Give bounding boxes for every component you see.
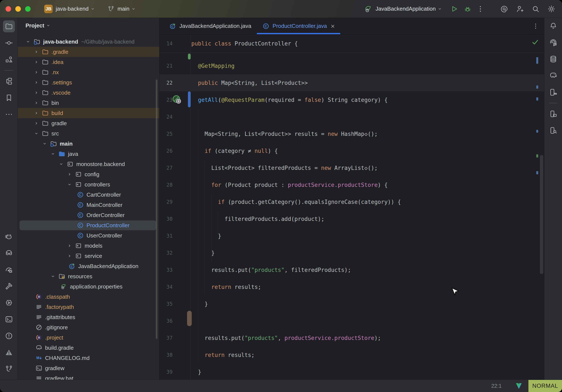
tree-item-service[interactable]: service (18, 251, 159, 261)
debug-button[interactable] (463, 5, 472, 13)
code-line-36[interactable]: 36 (159, 312, 544, 330)
line-number[interactable]: 30 (162, 216, 173, 222)
code-line-14[interactable]: 14public class ProductController { (159, 35, 544, 52)
inspections-ok-icon[interactable] (531, 38, 539, 46)
build-icon[interactable] (3, 280, 15, 292)
tree-item-build[interactable]: build (18, 108, 159, 118)
tree-item-gradle[interactable]: gradle (18, 118, 159, 128)
chevron-down-icon[interactable] (50, 273, 56, 279)
line-number[interactable]: 28 (162, 182, 173, 188)
line-number[interactable]: 25 (162, 131, 173, 137)
tab-options-button[interactable] (532, 22, 539, 30)
more-run-options-button[interactable] (476, 5, 485, 13)
run-button[interactable] (450, 5, 458, 13)
line-number[interactable]: 14 (162, 41, 173, 47)
caret-position[interactable]: 22:1 (491, 383, 502, 389)
chevron-right-icon[interactable] (34, 120, 39, 126)
code-line-38[interactable]: 38 return results; (159, 346, 544, 364)
line-number[interactable]: 39 (162, 369, 173, 375)
code-line-33[interactable]: 33 results.put("products", filteredProdu… (159, 261, 544, 278)
tree-item-CartController[interactable]: CCartController (18, 190, 159, 200)
tree-item-monostore.backend[interactable]: monostore.backend (18, 159, 159, 169)
editor-scrollbar[interactable] (540, 155, 543, 274)
tree-item-OrderController[interactable]: COrderController (18, 210, 159, 220)
tree-item-.nx[interactable]: .nx (18, 67, 159, 77)
bookmarks-icon[interactable] (3, 92, 15, 104)
gradle-icon[interactable] (547, 70, 559, 82)
tree-item-controllers[interactable]: controllers (18, 179, 159, 190)
tree-item-.gradle[interactable]: .gradle (18, 47, 159, 57)
line-number[interactable]: 23 (162, 97, 173, 103)
line-number[interactable]: 31 (162, 233, 173, 239)
chevron-right-icon[interactable] (34, 90, 39, 95)
rest-endpoint-icon[interactable] (172, 94, 183, 106)
tree-item-gradlew[interactable]: gradlew (18, 363, 159, 373)
code-editor[interactable]: 21 @GetMapping22 public Map<String, List… (159, 53, 544, 380)
line-number[interactable]: 34 (162, 284, 173, 290)
tree-item-config[interactable]: config (18, 169, 159, 179)
close-tab-button[interactable]: × (331, 23, 335, 30)
project-panel-header[interactable]: Project (18, 18, 159, 33)
tree-item-.factorypath[interactable]: .factorypath (18, 302, 159, 312)
editor-tab-ProductController.java[interactable]: CProductController.java× (257, 18, 340, 34)
tree-item-src[interactable]: src (18, 128, 159, 139)
code-line-26[interactable]: 26 if (category ≠ null) { (159, 143, 544, 159)
code-line-27[interactable]: 27 List<Product> filteredProducts = new … (159, 159, 544, 177)
code-line-35[interactable]: 35 } (159, 296, 544, 312)
tree-scrollbar[interactable] (156, 80, 157, 339)
tree-item-resources[interactable]: resources (18, 271, 159, 282)
code-line-30[interactable]: 30 filteredProducts.add(product); (159, 211, 544, 227)
tree-item-java[interactable]: java (18, 149, 159, 159)
tree-item-.idea[interactable]: .idea (18, 57, 159, 67)
code-line-24[interactable]: 24 (159, 108, 544, 125)
github-copilot-icon[interactable] (3, 247, 15, 259)
code-line-34[interactable]: 34 return results; (159, 278, 544, 296)
code-with-me-button[interactable] (516, 5, 524, 13)
settings-button[interactable] (547, 5, 556, 13)
commit-icon[interactable] (3, 37, 15, 49)
services-icon[interactable] (3, 297, 15, 309)
chevron-right-icon[interactable] (34, 100, 39, 106)
tree-item-bin[interactable]: bin (18, 98, 159, 108)
structure-icon[interactable] (3, 54, 15, 65)
tree-item-MainController[interactable]: CMainController (18, 200, 159, 210)
line-number[interactable]: 36 (162, 318, 173, 324)
zoom-window-button[interactable] (25, 6, 31, 12)
code-line-29[interactable]: 29 if (product.getCategory().equalsIgnor… (159, 193, 544, 211)
terminal-icon[interactable] (3, 313, 15, 325)
chevron-right-icon[interactable] (34, 49, 39, 55)
line-number[interactable]: 37 (162, 335, 173, 341)
line-number[interactable]: 27 (162, 165, 173, 171)
chevron-down-icon[interactable] (50, 151, 56, 157)
code-line-28[interactable]: 28 for (Product product : productService… (159, 177, 544, 193)
warning-icon[interactable] (3, 346, 15, 358)
ai-cat-icon[interactable] (3, 230, 15, 242)
ai-assistant-icon[interactable] (547, 36, 559, 48)
problems-icon[interactable] (3, 330, 15, 342)
sticky-header-line[interactable]: 14public class ProductController { (159, 35, 544, 53)
line-number[interactable]: 26 (162, 148, 173, 154)
project-selector[interactable]: java-backend (56, 6, 89, 12)
code-line-21[interactable]: 21 @GetMapping (159, 57, 544, 74)
code-line-25[interactable]: 25 Map<String, List<Product>> results = … (159, 125, 544, 143)
close-window-button[interactable] (6, 6, 11, 12)
search-everywhere-button[interactable] (531, 5, 540, 13)
code-line-37[interactable]: 37 results.put("products", productServic… (159, 330, 544, 346)
git-icon[interactable] (3, 363, 15, 375)
code-line-31[interactable]: 31 } (159, 227, 544, 244)
project-icon[interactable] (3, 20, 15, 32)
tree-item-.gitignore[interactable]: .gitignore (18, 322, 159, 333)
code-line-22[interactable]: 22 public Map<String, List<Product>> (159, 74, 544, 91)
chevron-right-icon[interactable] (34, 110, 39, 116)
line-number[interactable]: 35 (162, 301, 173, 307)
device-manager-icon[interactable] (547, 108, 559, 120)
run-configuration-selector[interactable]: JavaBackendApplication (375, 6, 436, 12)
hierarchy-icon[interactable] (3, 75, 15, 87)
tree-item-main[interactable]: main (18, 139, 159, 149)
ideavim-icon[interactable] (515, 382, 522, 390)
line-number[interactable]: 32 (162, 250, 173, 256)
chevron-down-icon[interactable] (34, 131, 39, 136)
tree-item-CHANGELOG.md[interactable]: MCHANGELOG.md (18, 353, 159, 363)
tree-item-.gitattributes[interactable]: .gitattributes (18, 312, 159, 322)
chevron-right-icon[interactable] (34, 80, 39, 85)
